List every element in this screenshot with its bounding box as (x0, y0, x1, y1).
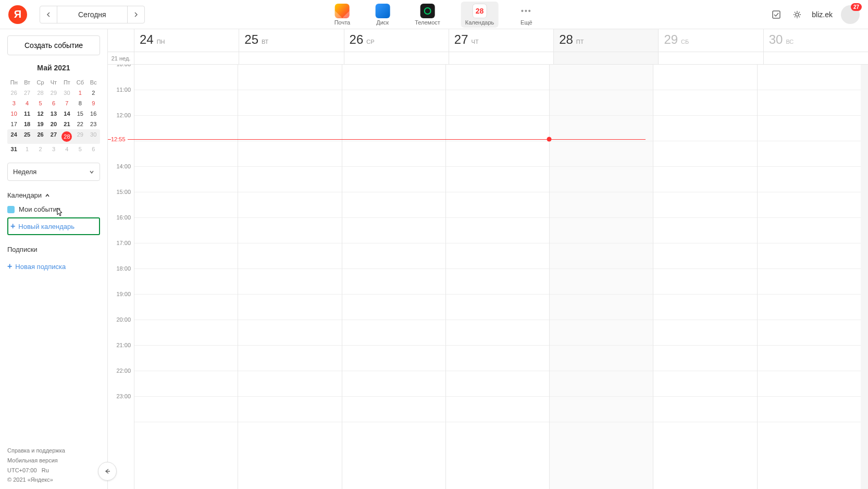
mini-cal-day[interactable]: 1 (73, 88, 86, 98)
hour-cell[interactable] (758, 371, 861, 397)
yandex-logo[interactable]: Я (8, 5, 27, 24)
hour-cell[interactable] (134, 320, 238, 346)
new-subscription-button[interactable]: + Новая подписка (7, 260, 100, 273)
hour-cell[interactable] (134, 371, 238, 397)
hour-cell[interactable] (653, 346, 757, 371)
hour-cell[interactable] (550, 90, 653, 116)
mini-cal-day[interactable]: 31 (7, 144, 20, 154)
mini-cal-day[interactable]: 23 (87, 119, 100, 129)
day-column[interactable] (549, 65, 653, 489)
hour-cell[interactable] (134, 141, 238, 167)
app-telemost[interactable]: Телемост (411, 2, 444, 28)
mini-cal-day[interactable]: 5 (34, 98, 47, 108)
hour-cell[interactable] (238, 90, 341, 116)
hour-cell[interactable] (342, 192, 445, 218)
mini-cal-day[interactable]: 13 (47, 108, 60, 119)
footer-help-link[interactable]: Справка и поддержка (7, 446, 100, 456)
mini-cal-day[interactable]: 25 (20, 129, 33, 144)
next-week-button[interactable] (128, 6, 144, 23)
day-header[interactable]: 25ВТ (239, 29, 343, 52)
mini-cal-day[interactable]: 2 (34, 144, 47, 154)
hour-cell[interactable] (238, 167, 341, 192)
hour-cell[interactable] (653, 397, 757, 422)
day-header[interactable]: 28ПТ (553, 29, 658, 52)
mini-cal-day[interactable]: 6 (47, 98, 60, 108)
grid-body[interactable]: 10:0011:0012:0014:0015:0016:0017:0018:00… (108, 65, 868, 489)
hour-cell[interactable] (758, 243, 861, 269)
hour-cell[interactable] (134, 116, 238, 141)
footer-tz[interactable]: UTC+07:00 (7, 467, 37, 473)
calendars-section-title[interactable]: Календари (7, 191, 100, 199)
hour-cell[interactable] (342, 90, 445, 116)
hour-cell[interactable] (238, 192, 341, 218)
mini-cal-day[interactable]: 12 (34, 108, 47, 119)
day-header[interactable]: 24ПН (134, 29, 239, 52)
mini-cal-day[interactable]: 16 (87, 108, 100, 119)
mini-cal-day[interactable]: 22 (73, 119, 86, 129)
hour-cell[interactable] (550, 371, 653, 397)
hour-cell[interactable] (342, 371, 445, 397)
hour-cell[interactable] (653, 141, 757, 167)
today-button[interactable]: Сегодня (57, 6, 128, 23)
hour-cell[interactable] (550, 218, 653, 243)
hour-cell[interactable] (134, 192, 238, 218)
hour-cell[interactable] (446, 65, 549, 90)
calendar-checkbox[interactable] (7, 206, 15, 213)
hour-cell[interactable] (238, 141, 341, 167)
mini-cal-day[interactable]: 5 (73, 144, 86, 154)
hour-cell[interactable] (653, 116, 757, 141)
app-more[interactable]: ••• Ещё (515, 2, 538, 28)
hour-cell[interactable] (342, 116, 445, 141)
mini-cal-day[interactable]: 28 (60, 129, 73, 144)
footer-lang[interactable]: Ru (42, 467, 49, 473)
allday-cell[interactable] (134, 52, 239, 64)
hour-cell[interactable] (550, 141, 653, 167)
hour-cell[interactable] (653, 295, 757, 320)
hour-cell[interactable] (550, 295, 653, 320)
hour-cell[interactable] (550, 320, 653, 346)
mini-cal-day[interactable]: 19 (34, 119, 47, 129)
hour-cell[interactable] (653, 167, 757, 192)
hour-cell[interactable] (342, 269, 445, 295)
mini-cal-day[interactable]: 10 (7, 108, 20, 119)
hour-cell[interactable] (446, 192, 549, 218)
hour-cell[interactable] (134, 295, 238, 320)
hour-cell[interactable] (342, 295, 445, 320)
avatar[interactable]: 27 (841, 5, 860, 24)
allday-cell[interactable] (239, 52, 343, 64)
hour-cell[interactable] (238, 295, 341, 320)
hour-cell[interactable] (550, 192, 653, 218)
hour-cell[interactable] (446, 116, 549, 141)
hour-cell[interactable] (758, 167, 861, 192)
hour-cell[interactable] (550, 243, 653, 269)
allday-cell[interactable] (658, 52, 763, 64)
mini-cal-day[interactable]: 1 (20, 144, 33, 154)
mini-cal-day[interactable]: 29 (73, 129, 86, 144)
hour-cell[interactable] (758, 295, 861, 320)
create-event-button[interactable]: Создать событие (7, 35, 100, 55)
hour-cell[interactable] (446, 243, 549, 269)
app-disk[interactable]: Диск (371, 2, 394, 28)
hour-cell[interactable] (238, 320, 341, 346)
hour-cell[interactable] (238, 269, 341, 295)
hour-cell[interactable] (446, 320, 549, 346)
hour-cell[interactable] (238, 371, 341, 397)
mini-cal-day[interactable]: 21 (60, 119, 73, 129)
allday-cell[interactable] (344, 52, 449, 64)
mini-cal-day[interactable]: 29 (47, 88, 60, 98)
mini-cal-day[interactable]: 27 (20, 88, 33, 98)
day-column[interactable] (757, 65, 861, 489)
hour-cell[interactable] (342, 346, 445, 371)
allday-cell[interactable] (449, 52, 553, 64)
day-column[interactable] (238, 65, 341, 489)
mini-cal-day[interactable]: 17 (7, 119, 20, 129)
hour-cell[interactable] (758, 269, 861, 295)
new-calendar-button[interactable]: + Новый календарь (7, 217, 100, 235)
hour-cell[interactable] (342, 397, 445, 422)
view-select[interactable]: Неделя (7, 163, 100, 181)
mini-cal-day[interactable]: 30 (60, 88, 73, 98)
day-column[interactable] (653, 65, 757, 489)
hour-cell[interactable] (134, 346, 238, 371)
day-column[interactable] (445, 65, 549, 489)
hour-cell[interactable] (134, 90, 238, 116)
